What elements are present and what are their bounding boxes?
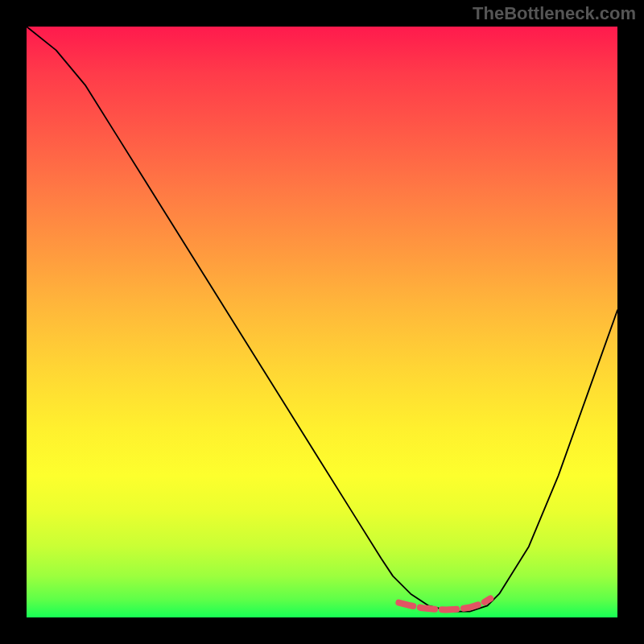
bottleneck-curve (27, 27, 617, 612)
chart-container: TheBottleneck.com (0, 0, 644, 644)
watermark-text: TheBottleneck.com (473, 3, 636, 24)
target-marker (398, 599, 490, 610)
plot-area (27, 27, 617, 617)
chart-svg (27, 27, 617, 617)
